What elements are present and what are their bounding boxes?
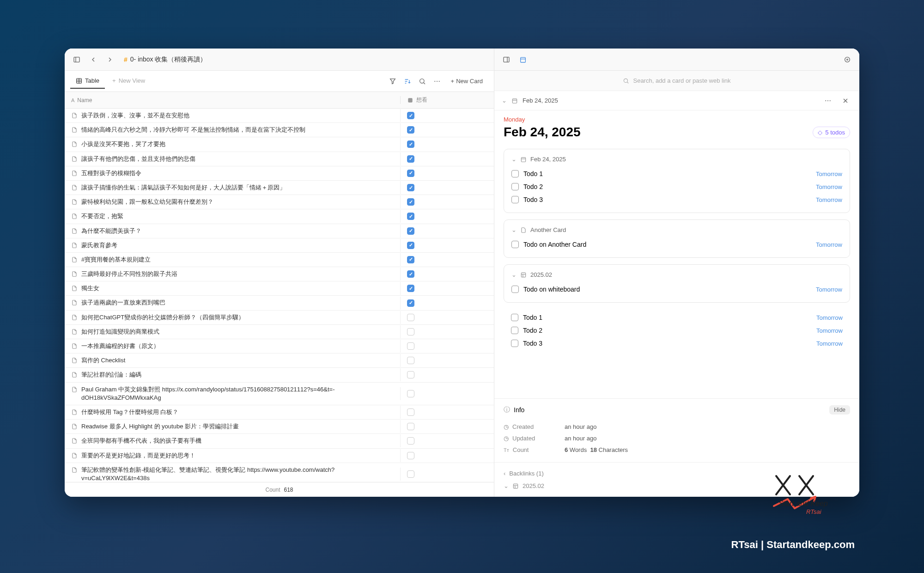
todo-item[interactable]: Todo on whiteboard Tomorrow bbox=[511, 283, 842, 296]
panel-toggle-icon[interactable] bbox=[500, 53, 513, 66]
breadcrumb-title: 0- inbox 收集（稍後再讀） bbox=[130, 55, 207, 64]
back-button[interactable] bbox=[87, 53, 100, 66]
table-row[interactable]: 讓孩子搞懂你的生氣：講氣話孩子不知如何是好，大人說話要「情緒＋原因」 bbox=[65, 181, 494, 195]
want-checkbox[interactable] bbox=[407, 184, 414, 191]
tab-table[interactable]: Table bbox=[70, 73, 105, 89]
doc-icon bbox=[71, 242, 78, 249]
table-row[interactable]: 筆記軟體的變革性創新-模組化筆記、雙連結筆記、視覺化筆記 https://www… bbox=[65, 463, 494, 482]
want-checkbox[interactable] bbox=[407, 256, 414, 263]
created-value: an hour ago bbox=[565, 423, 596, 430]
table-row[interactable]: 重要的不是更好地記錄，而是更好的思考！ bbox=[65, 449, 494, 463]
column-want-header[interactable]: 想看 bbox=[400, 96, 483, 104]
want-checkbox[interactable] bbox=[407, 170, 414, 177]
column-name-header[interactable]: A Name bbox=[65, 97, 400, 104]
table-row[interactable]: 孩子跌倒，沒事、沒事，並不是在安慰他 bbox=[65, 109, 494, 123]
due-label: Tomorrow bbox=[816, 327, 843, 334]
want-checkbox[interactable] bbox=[407, 371, 414, 378]
new-view-button[interactable]: + New View bbox=[107, 73, 151, 89]
hide-button[interactable]: Hide bbox=[829, 405, 850, 415]
more-icon[interactable] bbox=[821, 94, 834, 107]
want-checkbox[interactable] bbox=[407, 213, 414, 220]
table-row[interactable]: 孩子過兩歲的一直放東西到嘴巴 bbox=[65, 296, 494, 310]
todo-checkbox[interactable] bbox=[511, 241, 519, 248]
todos-badge[interactable]: ◇ 5 todos bbox=[813, 127, 850, 138]
count-label: Count bbox=[265, 487, 280, 493]
table-row[interactable]: 蒙特梭利幼兒園，跟一般私立幼兒園有什麼差別？ bbox=[65, 195, 494, 209]
todo-item[interactable]: Todo 1 Tomorrow bbox=[511, 167, 842, 180]
want-checkbox[interactable] bbox=[407, 452, 414, 459]
table-row[interactable]: 五種對孩子的模糊指令 bbox=[65, 166, 494, 181]
want-checkbox[interactable] bbox=[407, 299, 414, 307]
search-bar[interactable]: Search, add a card or paste web link bbox=[494, 71, 859, 91]
table-row[interactable]: 寫作的 Checklist bbox=[65, 354, 494, 368]
todo-item[interactable]: Todo 2 Tomorrow bbox=[511, 180, 842, 193]
todo-checkbox[interactable] bbox=[511, 286, 519, 293]
want-checkbox[interactable] bbox=[407, 242, 414, 249]
want-checkbox[interactable] bbox=[407, 155, 414, 163]
table-row[interactable]: #寶寶用餐的基本規則建立 bbox=[65, 253, 494, 267]
want-checkbox[interactable] bbox=[407, 227, 414, 235]
table-row[interactable]: 情緒的高峰只在六秒之間，冷靜六秒即可 不是無法控制情緒，而是在當下決定不控制 bbox=[65, 123, 494, 137]
todo-item[interactable]: Todo 3 Tomorrow bbox=[511, 193, 842, 206]
card-header[interactable]: ⌄Another Card bbox=[511, 226, 842, 233]
want-checkbox[interactable] bbox=[407, 270, 414, 278]
search-placeholder: Search, add a card or paste web link bbox=[633, 77, 730, 84]
table-row[interactable]: 全班同學都有手機不代表，我的孩子要有手機 bbox=[65, 434, 494, 448]
new-card-button[interactable]: + New Card bbox=[445, 75, 488, 87]
date-header: ⌄ Feb 24, 2025 bbox=[494, 91, 859, 110]
todo-checkbox[interactable] bbox=[511, 314, 518, 321]
want-checkbox[interactable] bbox=[407, 198, 414, 206]
want-checkbox[interactable] bbox=[407, 328, 414, 335]
table-row[interactable]: 小孩是沒哭不要抱，哭了才要抱 bbox=[65, 137, 494, 152]
want-checkbox[interactable] bbox=[407, 140, 414, 148]
want-checkbox[interactable] bbox=[407, 408, 414, 416]
forward-button[interactable] bbox=[103, 53, 116, 66]
todo-item[interactable]: Todo 2Tomorrow bbox=[511, 324, 843, 337]
close-icon[interactable] bbox=[839, 94, 852, 107]
want-checkbox[interactable] bbox=[407, 437, 414, 445]
table-row[interactable]: 蒙氏教育參考 bbox=[65, 238, 494, 253]
todo-item[interactable]: Todo 3Tomorrow bbox=[511, 337, 843, 350]
want-checkbox[interactable] bbox=[407, 112, 414, 119]
todo-checkbox[interactable] bbox=[511, 196, 519, 203]
want-checkbox[interactable] bbox=[407, 470, 414, 478]
todo-checkbox[interactable] bbox=[511, 170, 519, 177]
card-header[interactable]: ⌄2025.02 bbox=[511, 271, 842, 278]
table-row[interactable]: Readwise 最多人 Highlight 的 youtube 影片：學習編排… bbox=[65, 420, 494, 434]
want-checkbox[interactable] bbox=[407, 423, 414, 430]
svg-rect-14 bbox=[408, 98, 412, 102]
want-checkbox[interactable] bbox=[407, 357, 414, 364]
sidebar-toggle-icon[interactable] bbox=[70, 53, 83, 66]
card-header[interactable]: ⌄Feb 24, 2025 bbox=[511, 156, 842, 163]
filter-icon[interactable] bbox=[386, 75, 399, 88]
table-row[interactable]: 筆記社群的討論：編碼 bbox=[65, 368, 494, 382]
want-checkbox[interactable] bbox=[407, 390, 414, 397]
chevron-down-icon[interactable]: ⌄ bbox=[502, 97, 507, 104]
table-row[interactable]: 如何把ChatGPT變成你的社交媒體分析師？（四個簡單步驟） bbox=[65, 311, 494, 325]
want-checkbox[interactable] bbox=[407, 285, 414, 292]
todo-checkbox[interactable] bbox=[511, 340, 518, 347]
table-row[interactable]: 如何打造知識變現的商業模式 bbox=[65, 325, 494, 339]
todo-checkbox[interactable] bbox=[511, 183, 519, 190]
breadcrumb[interactable]: # 0- inbox 收集（稍後再讀） bbox=[124, 55, 207, 64]
want-checkbox[interactable] bbox=[407, 342, 414, 350]
table-row[interactable]: 獨生女 bbox=[65, 281, 494, 296]
table-row[interactable]: 三歲時最好停止不同性別的親子共浴 bbox=[65, 267, 494, 281]
table-row[interactable]: 什麼時候用 Tag？什麼時候用 白板？ bbox=[65, 405, 494, 420]
journal-icon[interactable] bbox=[517, 53, 529, 66]
want-checkbox[interactable] bbox=[407, 126, 414, 134]
table-row[interactable]: Paul Graham 中英文錦集對照 https://x.com/randyl… bbox=[65, 383, 494, 405]
todo-item[interactable]: Todo on Another Card Tomorrow bbox=[511, 238, 842, 251]
todo-item[interactable]: Todo 1Tomorrow bbox=[511, 311, 843, 324]
settings-icon[interactable] bbox=[841, 53, 854, 66]
table-row[interactable]: 一本推薦編程的好書（原文） bbox=[65, 339, 494, 354]
sort-icon[interactable] bbox=[401, 75, 414, 88]
table-row[interactable]: 不要否定，抱緊 bbox=[65, 209, 494, 224]
want-checkbox[interactable] bbox=[407, 314, 414, 321]
top-toolbar: # 0- inbox 收集（稍後再讀） bbox=[65, 49, 494, 71]
table-row[interactable]: 讓孩子有他們的悲傷，並且支持他們的悲傷 bbox=[65, 152, 494, 166]
search-icon[interactable] bbox=[416, 75, 429, 88]
more-icon[interactable] bbox=[431, 75, 444, 88]
todo-checkbox[interactable] bbox=[511, 327, 518, 334]
table-row[interactable]: 為什麼不能讚美孩子？ bbox=[65, 224, 494, 238]
